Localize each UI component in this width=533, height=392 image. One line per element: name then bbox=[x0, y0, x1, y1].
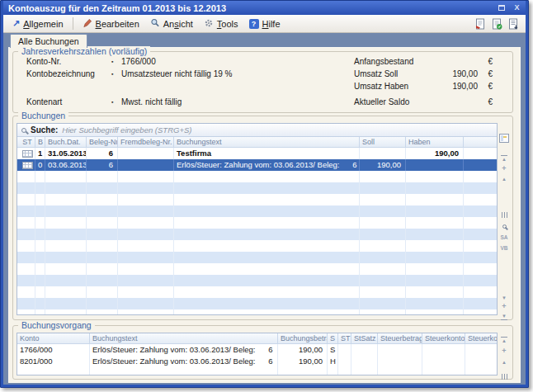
menu-tools-label: Tools bbox=[217, 19, 238, 29]
booking-empty-row[interactable] bbox=[17, 205, 497, 217]
client-area: Alle Buchungen Jahresverkehrszahlen (vor… bbox=[3, 33, 526, 385]
transaction-header-row: Konto Buchungstext Buchungsbetrag S ST S… bbox=[17, 333, 497, 344]
bullet-icon: ▪ bbox=[111, 57, 113, 67]
scroll-first-icon[interactable]: ▲ bbox=[499, 336, 509, 345]
zoom-icon[interactable] bbox=[499, 222, 509, 231]
scroll-down-icon[interactable]: ▼ bbox=[499, 293, 509, 302]
arrow-up-right-icon: ↗ bbox=[12, 19, 20, 28]
value-konto-nr: 1766/000 bbox=[121, 57, 156, 67]
row-insert-up-icon[interactable]: + bbox=[499, 164, 509, 173]
booking-empty-row[interactable] bbox=[17, 286, 497, 298]
bullet-icon: ▪ bbox=[111, 69, 113, 79]
label-umsatz-soll: Umsatz Soll bbox=[354, 69, 398, 79]
col-steuerkonto-1[interactable]: Steuerkonto 1 bbox=[422, 333, 465, 343]
menu-bearbeiten[interactable]: Bearbeiten bbox=[78, 17, 144, 31]
bookings-side-toolbar: ▲ + ▲ SA VB ▼ + ▼ bbox=[498, 123, 510, 315]
menu-hilfe[interactable]: ? Hilfe bbox=[244, 17, 285, 31]
row-insert-down-icon[interactable]: + bbox=[499, 302, 509, 311]
col-konto[interactable]: Konto bbox=[17, 333, 90, 343]
section-buchungen: Buchungen Suche: Hier Suchbegriff eingeb… bbox=[12, 116, 513, 320]
menu-separator bbox=[73, 17, 73, 30]
label-konto-nr: Konto-Nr. bbox=[26, 57, 61, 67]
col-b[interactable]: B bbox=[35, 137, 45, 147]
menu-toolbar-right bbox=[475, 18, 521, 30]
search-icon bbox=[21, 128, 26, 133]
tab-panel: Jahresverkehrszahlen (vorläufig) Konto-N… bbox=[8, 47, 521, 383]
col-beleg-nr[interactable]: Beleg-Nr. bbox=[87, 137, 118, 147]
search-label: Suche: bbox=[31, 125, 58, 135]
help-icon: ? bbox=[249, 19, 259, 29]
restore-button[interactable] bbox=[495, 3, 507, 13]
menu-bearbeiten-label: Bearbeiten bbox=[96, 19, 139, 29]
booking-empty-row[interactable] bbox=[17, 252, 497, 263]
menu-allgemein[interactable]: ↗ Allgemein bbox=[7, 17, 68, 31]
menu-ansicht[interactable]: Ansicht bbox=[145, 17, 198, 31]
col-fremdbeleg-nr[interactable]: Fremdbeleg-Nr. bbox=[118, 137, 174, 147]
search-bar[interactable]: Suche: Hier Suchbegriff eingeben (STRG+S… bbox=[17, 124, 497, 137]
label-anfangsbestand: Anfangsbestand bbox=[354, 57, 413, 67]
columns-icon[interactable] bbox=[499, 210, 509, 220]
booking-empty-row[interactable] bbox=[17, 240, 497, 252]
column-chooser-icon[interactable] bbox=[499, 134, 509, 143]
columns-icon[interactable] bbox=[499, 372, 509, 381]
booking-empty-row[interactable] bbox=[17, 309, 497, 315]
close-button[interactable]: X bbox=[511, 3, 523, 13]
scroll-last-icon[interactable]: ▼ bbox=[499, 312, 509, 321]
restore-icon bbox=[498, 5, 505, 11]
menu-ansicht-label: Ansicht bbox=[163, 19, 193, 29]
currency-symbol: € bbox=[488, 97, 493, 107]
scroll-up-icon[interactable]: ▲ bbox=[499, 174, 509, 183]
col-buchungstext[interactable]: Buchungstext bbox=[90, 333, 278, 343]
col-haben[interactable]: Haben bbox=[406, 137, 464, 147]
section-buchungsvorgang: Buchungsvorgang Konto Buchungstext Buchu… bbox=[12, 325, 513, 380]
label-kontenart: Kontenart bbox=[26, 97, 62, 107]
row-insert-icon[interactable]: + bbox=[499, 347, 509, 356]
col-buchungstext[interactable]: Buchungstext bbox=[174, 137, 360, 147]
col-steuerkonto-2[interactable]: Steuerkonto 2 bbox=[465, 333, 497, 343]
app-window: Kontoauszug für den Zeitraum 01.2013 bis… bbox=[0, 0, 529, 388]
booking-empty-row[interactable] bbox=[17, 217, 497, 229]
tab-alle-buchungen[interactable]: Alle Buchungen bbox=[10, 34, 87, 48]
booking-row[interactable]: 1 31.05.2013 6 Testfirma 190,00 bbox=[17, 148, 497, 159]
col-st[interactable]: ST bbox=[17, 137, 35, 147]
booking-empty-row[interactable] bbox=[17, 263, 497, 275]
booking-row-selected[interactable]: 0 03.06.2013 6 Erlös/Steuer: Zahlung vom… bbox=[17, 159, 497, 171]
report-icon[interactable] bbox=[475, 18, 486, 30]
label-kontobezeichnung: Kontobezeichnung bbox=[26, 69, 95, 79]
sa-button[interactable]: SA bbox=[499, 234, 509, 243]
scroll-up-icon[interactable]: ▲ bbox=[499, 357, 509, 366]
col-st[interactable]: ST bbox=[338, 333, 351, 343]
label-umsatz-haben: Umsatz Haben bbox=[354, 82, 408, 92]
booking-empty-row[interactable] bbox=[17, 275, 497, 286]
vb-button[interactable]: VB bbox=[499, 244, 509, 253]
transaction-empty-area bbox=[17, 367, 497, 375]
col-soll[interactable]: Soll bbox=[360, 137, 406, 147]
section-title: Buchungsvorgang bbox=[18, 320, 95, 331]
currency-symbol: € bbox=[488, 69, 493, 79]
booking-empty-row[interactable] bbox=[17, 171, 497, 182]
value-kontobezeichnung: Umsatzsteuer nicht fällig 19 % bbox=[121, 69, 233, 79]
booking-empty-row[interactable] bbox=[17, 229, 497, 240]
value-umsatz-haben: 190,00 bbox=[412, 82, 478, 92]
check-document-icon[interactable] bbox=[492, 18, 502, 30]
value-umsatz-soll: 190,00 bbox=[412, 69, 478, 79]
transaction-row[interactable]: 8201/000 Erlös/Steuer: Zahlung vom: 03.0… bbox=[17, 356, 497, 367]
booking-empty-row[interactable] bbox=[17, 194, 497, 205]
value-kontenart: Mwst. nicht fällig bbox=[121, 97, 182, 107]
tools-icon bbox=[204, 18, 214, 30]
col-buchdat[interactable]: Buch.Dat. bbox=[45, 137, 87, 147]
col-buchungsbetrag[interactable]: Buchungsbetrag bbox=[278, 333, 328, 343]
transaction-grid: Konto Buchungstext Buchungsbetrag S ST S… bbox=[17, 333, 498, 375]
booking-empty-row[interactable] bbox=[17, 182, 497, 194]
col-stsatz[interactable]: StSatz bbox=[351, 333, 378, 343]
bullet-icon: ▪ bbox=[111, 97, 113, 107]
menu-allgemein-label: Allgemein bbox=[23, 19, 63, 29]
col-s[interactable]: S bbox=[328, 333, 338, 343]
export-sum-icon[interactable] bbox=[508, 18, 519, 30]
menu-tools[interactable]: Tools bbox=[199, 17, 243, 31]
section-jahresverkehrszahlen: Jahresverkehrszahlen (vorläufig) Konto-N… bbox=[12, 51, 513, 113]
scroll-first-icon[interactable]: ▲ bbox=[499, 154, 509, 163]
col-steuerbetrag[interactable]: Steuerbetrag bbox=[378, 333, 422, 343]
booking-empty-row[interactable] bbox=[17, 298, 497, 309]
transaction-row[interactable]: 1766/000 Erlös/Steuer: Zahlung vom: 03.0… bbox=[17, 344, 497, 356]
